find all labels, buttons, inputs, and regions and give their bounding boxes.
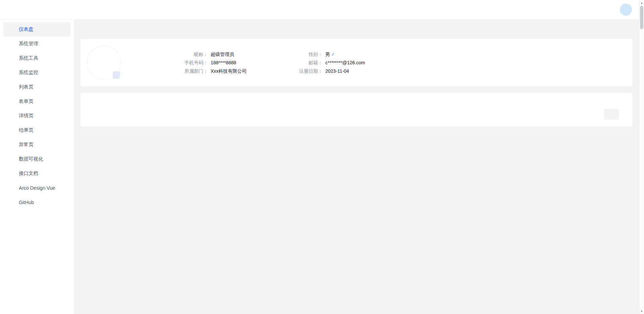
sidebar-item-system-monitor[interactable]: 系统监控 <box>3 65 70 80</box>
sidebar-item-label: 数据可视化 <box>19 156 63 162</box>
list-icon <box>8 84 14 90</box>
link-icon <box>8 185 14 191</box>
sidebar-item-label: GitHub <box>19 200 68 205</box>
sidebar-item-label: 表单页 <box>19 98 63 105</box>
profile-card: 昵称：超级管理员性别：男♂手机号码：188****8888邮箱：c*******… <box>80 39 632 86</box>
profile-field-value: 188****8888 <box>208 59 282 66</box>
scroll-down-arrow[interactable]: ▼ <box>639 309 644 314</box>
chevron-down-icon <box>63 157 68 161</box>
breadcrumb <box>74 19 644 39</box>
sidebar-item-result-pages[interactable]: 结果页 <box>3 123 70 137</box>
sidebar-item-form-pages[interactable]: 表单页 <box>3 94 70 109</box>
sidebar-item-label: 异常页 <box>19 141 63 148</box>
operation-log-card <box>80 93 632 126</box>
chevron-down-icon <box>63 99 68 104</box>
sidebar-item-github[interactable]: GitHub <box>3 195 70 209</box>
sidebar-item-label: 详情页 <box>19 113 63 119</box>
translate-icon[interactable] <box>519 4 531 16</box>
sidebar-item-arco-design-vue[interactable]: Arco Design Vue <box>3 181 70 195</box>
sidebar-item-list-pages[interactable]: 列表页 <box>3 80 70 94</box>
sidebar-item-api-docs[interactable]: 接口文档 <box>3 166 70 181</box>
sidebar-item-label: 结果页 <box>19 127 63 133</box>
sidebar-item-label: 仪表盘 <box>19 26 68 33</box>
result-icon <box>8 127 14 133</box>
chevron-down-icon <box>63 70 68 75</box>
profile-field-label: 所属部门： <box>170 68 208 74</box>
sidebar-item-label: Arco Design Vue <box>19 185 68 191</box>
chart-icon <box>8 156 14 162</box>
profile-field-label: 邮箱： <box>282 59 323 66</box>
sidebar-item-label: 系统工具 <box>19 55 63 61</box>
profile-field-label: 昵称： <box>170 51 208 58</box>
content-column: 昵称：超级管理员性别：男♂手机号码：188****8888邮箱：c*******… <box>80 39 632 126</box>
camera-icon[interactable] <box>113 71 120 79</box>
pagination <box>94 109 619 120</box>
sidebar-item-detail-pages[interactable]: 详情页 <box>3 109 70 123</box>
sidebar-item-data-visualization[interactable]: 数据可视化 <box>3 152 70 166</box>
theme-icon[interactable] <box>536 4 548 16</box>
apps-icon[interactable] <box>82 26 87 32</box>
chevron-down-icon <box>63 42 68 46</box>
next-page-button[interactable] <box>589 109 599 120</box>
monitor-icon <box>8 70 14 76</box>
form-icon <box>8 99 14 105</box>
sidebar-menu: 仪表盘系统管理系统工具系统监控列表页表单页详情页结果页异常页数据可视化接口文档A… <box>0 22 74 209</box>
chevron-down-icon <box>611 112 615 116</box>
chevron-down-icon <box>63 142 68 147</box>
app-logo-icon <box>7 5 16 14</box>
search-icon[interactable] <box>502 4 515 16</box>
sidebar-collapse-button[interactable] <box>62 300 72 310</box>
chevron-down-icon <box>63 85 68 89</box>
profile-fields: 昵称：超级管理员性别：男♂手机号码：188****8888邮箱：c*******… <box>170 51 464 74</box>
scrollbar-thumb[interactable] <box>640 6 643 29</box>
sidebar-item-label: 列表页 <box>19 84 63 90</box>
tools-icon <box>8 55 14 61</box>
chevron-down-icon <box>63 128 68 132</box>
profile-field-label: 手机号码： <box>170 59 208 66</box>
fullscreen-icon[interactable] <box>570 4 582 16</box>
settings-icon <box>8 41 14 47</box>
detail-icon <box>8 113 14 119</box>
settings-icon[interactable] <box>586 4 598 16</box>
scroll-up-arrow[interactable]: ▲ <box>639 0 644 5</box>
profile-field-value: c********@126.com <box>323 59 464 66</box>
page-size-select[interactable] <box>604 109 619 120</box>
exception-icon <box>8 142 14 148</box>
github-icon <box>8 199 14 205</box>
sidebar-item-label: 系统管理 <box>19 41 63 47</box>
profile-field-label: 注册日期： <box>282 68 323 74</box>
api-icon <box>8 171 14 177</box>
avatar <box>87 46 121 79</box>
sidebar-item-system-tools[interactable]: 系统工具 <box>3 51 70 65</box>
header-icon-group <box>502 4 615 16</box>
chevron-down-icon <box>63 56 68 60</box>
user-avatar[interactable] <box>620 4 632 16</box>
docs-icon[interactable] <box>603 4 615 16</box>
profile-field-value: 超级管理员 <box>208 51 282 58</box>
app-header <box>0 0 644 19</box>
chevron-down-icon <box>63 114 68 118</box>
scrollbar: ▲ ▼ <box>639 0 644 314</box>
profile-field-value: 2023-11-04 <box>323 68 464 74</box>
sidebar-item-system-management[interactable]: 系统管理 <box>3 37 70 51</box>
header-actions <box>502 4 632 16</box>
profile-field-value: 男♂ <box>323 51 464 58</box>
sidebar: 仪表盘系统管理系统工具系统监控列表页表单页详情页结果页异常页数据可视化接口文档A… <box>0 19 74 314</box>
prev-page-button[interactable] <box>574 109 585 120</box>
sidebar-item-label: 系统监控 <box>19 69 63 76</box>
male-icon: ♂ <box>331 52 335 57</box>
sidebar-item-dashboard[interactable]: 仪表盘 <box>3 22 70 37</box>
dashboard-icon <box>8 26 14 33</box>
brand[interactable] <box>7 5 20 14</box>
profile-field-value: Xxx科技有限公司 <box>208 68 282 74</box>
notifications-icon[interactable] <box>553 4 565 16</box>
sidebar-item-exception-pages[interactable]: 异常页 <box>3 137 70 152</box>
refresh-icon[interactable] <box>557 110 567 119</box>
profile-field-label: 性别： <box>282 51 323 58</box>
sidebar-item-label: 接口文档 <box>19 170 68 177</box>
